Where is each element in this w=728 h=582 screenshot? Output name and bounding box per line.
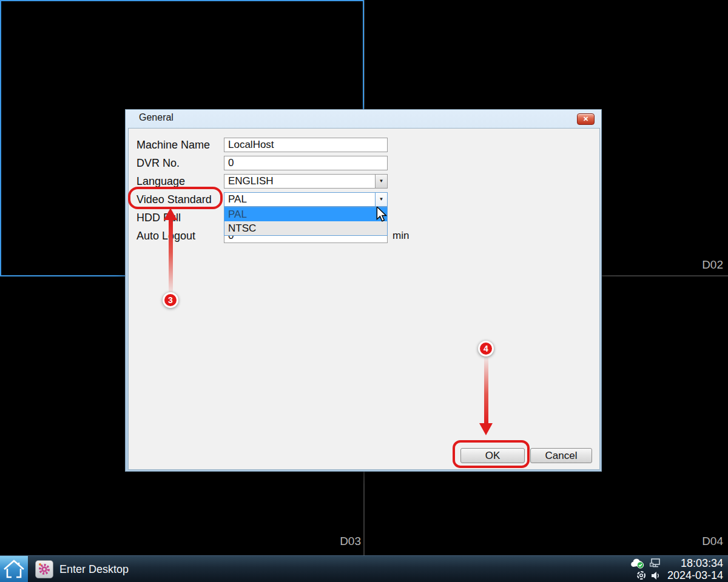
dvr-no-label: DVR No. — [136, 156, 180, 170]
video-standard-value: PAL — [228, 193, 247, 206]
dvr-no-field[interactable] — [224, 156, 388, 170]
settings-app-button[interactable] — [35, 560, 53, 578]
channel-label-d03: D03 — [328, 535, 361, 548]
dvr-screen: D02 D03 D04 General ✕ Machine Name DVR N… — [0, 0, 728, 582]
enter-desktop-label: Enter Desktop — [59, 556, 129, 582]
machine-name-field[interactable] — [224, 138, 388, 152]
network-icon[interactable] — [650, 558, 660, 568]
cloud-status-icon[interactable] — [630, 558, 645, 569]
highlight-ok-button — [453, 440, 530, 468]
dialog-title: General — [139, 112, 174, 123]
chevron-down-icon[interactable]: ▼ — [375, 193, 387, 206]
notification-dot — [39, 563, 41, 566]
clock-time: 18:03:34 — [665, 557, 723, 570]
language-value: ENGLISH — [228, 175, 274, 188]
mouse-cursor-icon — [376, 207, 388, 226]
system-tray: 18:03:34 2024-03-14 — [602, 557, 723, 581]
channel-label-d04: D04 — [690, 535, 723, 548]
speaker-icon[interactable] — [651, 571, 660, 580]
dropdown-option-ntsc[interactable]: NTSC — [224, 221, 387, 235]
auto-logout-label: Auto Logout — [136, 229, 195, 243]
home-icon — [2, 559, 25, 580]
video-standard-dropdown-list: PAL NTSC — [224, 207, 388, 236]
arrow-down-icon — [479, 423, 493, 435]
arrow-shaft-step4 — [484, 358, 488, 424]
language-select[interactable]: ENGLISH ▼ — [224, 174, 388, 189]
arrow-shaft-step3 — [169, 219, 173, 293]
taskbar: Enter Desktop — [0, 555, 728, 582]
auto-logout-unit: min — [393, 229, 409, 243]
close-icon[interactable]: ✕ — [577, 113, 595, 125]
video-standard-select[interactable]: PAL ▼ — [224, 192, 388, 207]
cancel-button[interactable]: Cancel — [530, 448, 592, 463]
dropdown-option-pal[interactable]: PAL — [224, 207, 387, 221]
chevron-down-icon[interactable]: ▼ — [375, 175, 387, 188]
record-status-icon[interactable] — [636, 570, 646, 580]
machine-name-label: Machine Name — [136, 138, 210, 152]
step-badge-3: 3 — [163, 292, 178, 308]
arrow-up-icon — [164, 208, 177, 220]
highlight-video-standard — [128, 187, 223, 209]
general-settings-dialog: General ✕ Machine Name DVR No. Language … — [125, 109, 602, 472]
home-button[interactable] — [0, 556, 28, 582]
step-badge-4: 4 — [478, 341, 494, 356]
channel-label-d02: D02 — [690, 258, 723, 272]
clock-date: 2024-03-14 — [665, 569, 723, 582]
